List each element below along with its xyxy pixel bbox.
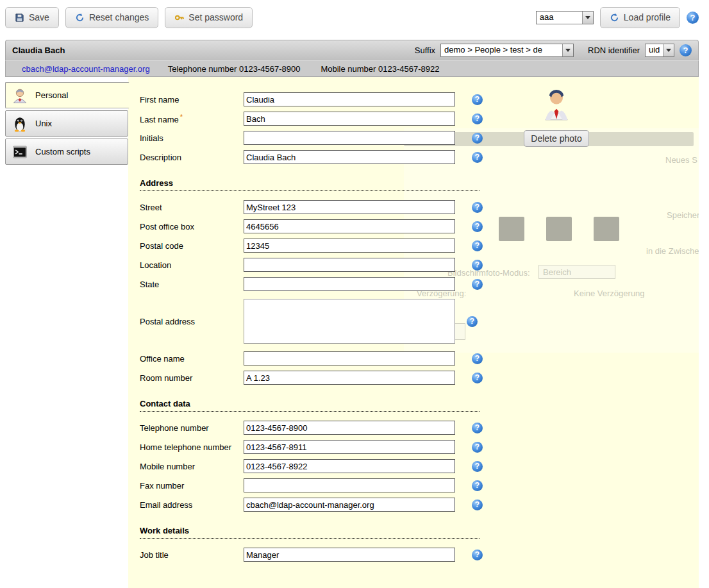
personal-tab-content: Neues S Speichern in die Zwischenablage … <box>128 77 699 588</box>
last-name-input[interactable] <box>244 112 455 126</box>
field-label: First name <box>140 95 244 105</box>
state-input[interactable] <box>244 277 455 291</box>
tab-personal[interactable]: Personal <box>5 82 129 108</box>
initials-input[interactable] <box>244 131 455 145</box>
help-icon[interactable] <box>472 221 483 232</box>
suffix-label: Suffix <box>415 46 435 55</box>
user-photo <box>542 87 571 121</box>
form-row: Email address <box>140 498 699 512</box>
key-icon <box>174 13 184 22</box>
location-input[interactable] <box>244 258 455 272</box>
tux-penguin-icon <box>11 115 29 133</box>
street-input[interactable] <box>244 200 455 214</box>
office-name-input[interactable] <box>244 351 455 365</box>
form-row: First name <box>140 92 699 106</box>
form-row: Initials <box>140 131 699 145</box>
email-address-input[interactable] <box>244 498 455 512</box>
help-icon[interactable] <box>472 152 483 163</box>
profile-select[interactable]: aaa <box>536 11 594 24</box>
form-row: Room number <box>140 371 699 385</box>
field-label: Room number <box>140 373 244 383</box>
help-icon[interactable] <box>472 240 483 251</box>
help-icon[interactable] <box>472 353 483 364</box>
account-telephone: Telephone number 0123-4567-8900 <box>168 64 301 74</box>
tab-custom-scripts[interactable]: Custom scripts <box>5 139 128 165</box>
help-icon[interactable] <box>680 44 692 56</box>
help-icon[interactable] <box>472 480 483 491</box>
field-label: Email address <box>140 500 244 510</box>
module-sidebar: Personal Unix Custom scripts <box>5 77 128 588</box>
suffix-rdn-controls: Suffix demo > People > test > de RDN ide… <box>415 44 692 57</box>
help-icon[interactable] <box>472 373 483 383</box>
home-telephone-number-input[interactable] <box>244 440 455 454</box>
help-icon[interactable] <box>472 550 483 560</box>
set-password-button[interactable]: Set password <box>165 7 253 28</box>
room-number-input[interactable] <box>244 371 455 385</box>
form-row: Street <box>140 200 699 214</box>
help-icon[interactable] <box>472 423 483 433</box>
rdn-select[interactable]: uid <box>645 44 674 57</box>
help-icon[interactable] <box>472 279 483 290</box>
account-header-row1: Claudia Bach Suffix demo > People > test… <box>5 40 699 60</box>
mobile-number-input[interactable] <box>244 459 455 473</box>
description-input[interactable] <box>244 150 455 164</box>
lam-user-edit-page: Save Reset changes Set password aaa <box>0 0 709 588</box>
field-label: Fax number <box>140 481 244 491</box>
form-row: Last name* <box>140 112 699 126</box>
field-label: Telephone number <box>140 423 244 433</box>
chevron-down-icon <box>663 44 674 56</box>
suffix-select[interactable]: demo > People > test > de <box>440 44 574 57</box>
account-email-link[interactable]: cbach@ldap-account-manager.org <box>22 64 150 74</box>
section-title-work: Work details <box>140 525 480 539</box>
field-label: Office name <box>140 354 244 364</box>
main-area: Personal Unix Custom scripts <box>5 77 699 588</box>
tab-custom-scripts-label: Custom scripts <box>35 147 90 156</box>
required-marker: * <box>180 113 183 121</box>
field-label: Description <box>140 153 244 162</box>
help-icon[interactable] <box>472 461 483 472</box>
field-label: Street <box>140 203 244 212</box>
profile-controls: aaa Load profile <box>536 7 699 28</box>
suffix-select-value: demo > People > test > de <box>441 44 562 56</box>
help-icon[interactable] <box>472 94 483 105</box>
postal-address-textarea[interactable] <box>244 299 455 344</box>
set-password-label: Set password <box>188 12 243 22</box>
section-title-address: Address <box>140 177 480 191</box>
tab-unix-label: Unix <box>35 119 52 128</box>
help-icon[interactable] <box>472 500 483 510</box>
reset-changes-button[interactable]: Reset changes <box>65 7 158 28</box>
fax-number-input[interactable] <box>244 478 455 492</box>
help-icon[interactable] <box>467 316 478 327</box>
form-row: Home telephone number <box>140 440 699 454</box>
account-mobile: Mobile number 0123-4567-8922 <box>321 64 439 74</box>
form-row: Postal address <box>140 296 699 346</box>
help-icon[interactable] <box>472 260 483 271</box>
telephone-number-input[interactable] <box>244 421 455 435</box>
field-label: Post office box <box>140 222 244 231</box>
form-row: Mobile number <box>140 459 699 473</box>
form-row: Fax number <box>140 478 699 492</box>
first-name-input[interactable] <box>244 92 455 106</box>
help-icon[interactable] <box>472 133 483 144</box>
help-icon[interactable] <box>687 12 699 24</box>
delete-photo-button[interactable]: Delete photo <box>524 130 588 147</box>
field-label: State <box>140 280 244 289</box>
job-title-input[interactable] <box>244 548 455 562</box>
form-row: Location <box>140 258 699 272</box>
field-label: Postal code <box>140 241 244 251</box>
help-icon[interactable] <box>472 442 483 453</box>
save-button[interactable]: Save <box>5 7 59 28</box>
person-icon <box>11 87 29 105</box>
post-office-box-input[interactable] <box>244 219 455 233</box>
postal-code-input[interactable] <box>244 239 455 253</box>
help-icon[interactable] <box>472 202 483 213</box>
reset-changes-label: Reset changes <box>89 12 149 22</box>
form-row: Telephone number <box>140 421 699 435</box>
rdn-select-value: uid <box>646 44 663 56</box>
tab-unix[interactable]: Unix <box>5 110 128 137</box>
save-icon <box>15 13 24 22</box>
load-profile-button[interactable]: Load profile <box>600 7 680 28</box>
form-row: Description <box>140 150 699 164</box>
help-icon[interactable] <box>472 113 483 124</box>
save-button-label: Save <box>29 12 49 22</box>
